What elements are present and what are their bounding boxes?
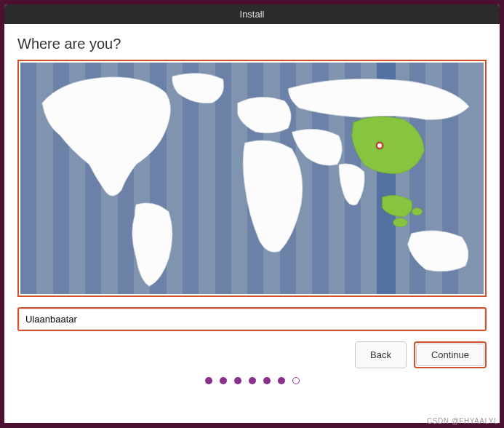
timezone-input[interactable]: [19, 309, 485, 330]
progress-dots: [17, 368, 487, 390]
content-area: Where are you?: [4, 24, 500, 423]
page-heading: Where are you?: [17, 36, 487, 52]
timezone-input-frame: [17, 307, 487, 331]
location-marker-icon: [376, 142, 383, 149]
svg-point-1: [412, 208, 422, 215]
progress-dot-hollow: [292, 377, 300, 384]
continue-button[interactable]: Continue: [416, 344, 484, 366]
progress-dot: [220, 377, 227, 384]
svg-point-0: [393, 218, 408, 227]
progress-dot: [249, 377, 256, 384]
window-titlebar: Install: [4, 4, 500, 24]
progress-dot: [205, 377, 212, 384]
progress-dot: [234, 377, 241, 384]
watermark-text: CSDN @FHYAALYL: [427, 417, 498, 425]
continue-highlight-frame: Continue: [414, 341, 487, 368]
progress-dot: [278, 377, 285, 384]
back-button[interactable]: Back: [355, 341, 407, 368]
window-title: Install: [240, 9, 265, 20]
map-highlight-frame: [17, 60, 487, 297]
button-row: Back Continue: [17, 341, 487, 368]
install-window: Install Where are you?: [4, 4, 500, 423]
timezone-map[interactable]: [20, 63, 484, 294]
world-map-svg: [20, 63, 484, 294]
progress-dot: [263, 377, 271, 384]
